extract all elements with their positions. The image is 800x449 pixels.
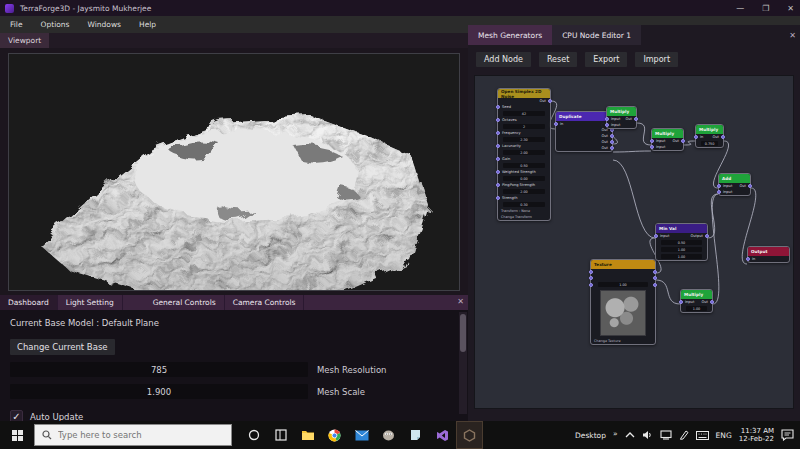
output-pin[interactable]: [653, 270, 657, 274]
cortana-icon[interactable]: [240, 421, 267, 449]
change-current-base-button[interactable]: Change Current Base: [10, 339, 115, 355]
node-value-box[interactable]: 0.00: [503, 176, 545, 181]
input-pin[interactable]: [496, 170, 500, 174]
input-pin[interactable]: [589, 276, 593, 280]
mesh-scale-input[interactable]: 1.900: [10, 384, 308, 399]
minimize-button[interactable]: —: [736, 4, 744, 13]
input-pin[interactable]: [496, 196, 500, 200]
input-pin[interactable]: [496, 131, 500, 135]
action-center-icon[interactable]: [781, 429, 794, 441]
node-value-box[interactable]: 0.50: [661, 240, 702, 245]
input-pin[interactable]: [496, 183, 500, 187]
start-button[interactable]: [0, 421, 34, 449]
node-value-box[interactable]: 0.30: [503, 202, 545, 207]
node-canvas[interactable]: Open Simplex 2D NoiseOutSeed42Octaves2Fr…: [474, 75, 794, 409]
window-titlebar[interactable]: TerraForge3D - Jaysmito Mukherjee — ❐ ✕: [0, 0, 800, 16]
tray-overflow-icon[interactable]: »: [613, 429, 618, 438]
dashboard-scrollbar[interactable]: [459, 312, 467, 414]
node-value-box[interactable]: 1.00: [661, 247, 702, 252]
input-pin[interactable]: [717, 190, 721, 194]
ink-workspace-icon[interactable]: [679, 430, 689, 440]
input-pin[interactable]: [694, 135, 698, 139]
input-pin[interactable]: [650, 145, 654, 149]
close-button[interactable]: ✕: [787, 4, 794, 13]
language-indicator[interactable]: ENG: [716, 431, 732, 440]
volume-icon[interactable]: [642, 430, 653, 440]
node-add[interactable]: AddInputOutInput: [718, 173, 751, 196]
output-pin[interactable]: [721, 135, 725, 139]
node-wire[interactable]: [712, 194, 719, 304]
tab-light-setting[interactable]: Light Setting: [58, 295, 123, 310]
node-min-val[interactable]: Min ValInputOutput0.501.001.00: [655, 223, 708, 261]
touch-keyboard-icon[interactable]: [696, 431, 709, 440]
node-output[interactable]: OutputIn: [747, 246, 790, 263]
node-value-box[interactable]: 1.00: [661, 254, 702, 259]
tab-dashboard[interactable]: Dashboard: [0, 295, 58, 310]
hidden-icons-chevron-icon[interactable]: [625, 431, 635, 439]
node-value-box[interactable]: 2.00: [503, 189, 545, 194]
taskbar-search[interactable]: [34, 424, 232, 446]
output-pin[interactable]: [653, 276, 657, 280]
node-footer-text[interactable]: Change Texture: [591, 338, 655, 344]
output-pin[interactable]: [610, 146, 614, 150]
search-input[interactable]: [58, 430, 208, 440]
viewport-3d-canvas[interactable]: [8, 53, 460, 291]
output-pin[interactable]: [748, 184, 752, 188]
file-explorer-icon[interactable]: [294, 421, 321, 449]
input-pin[interactable]: [650, 139, 654, 143]
input-pin[interactable]: [496, 144, 500, 148]
visual-studio-icon[interactable]: [429, 421, 456, 449]
notes-icon[interactable]: [402, 421, 429, 449]
node-multiply[interactable]: MultiplyInOut0.750: [695, 124, 724, 148]
node-value-box[interactable]: 42: [503, 111, 545, 116]
tray-clock[interactable]: 11:37 AM 12-Feb-22: [739, 427, 774, 444]
maximize-button[interactable]: ❐: [762, 4, 769, 13]
tab-general-controls[interactable]: General Controls: [145, 295, 225, 310]
input-pin[interactable]: [654, 234, 658, 238]
input-pin[interactable]: [605, 123, 609, 127]
output-pin[interactable]: [653, 283, 657, 287]
tab-mesh-generators[interactable]: Mesh Generators: [468, 25, 552, 45]
input-pin[interactable]: [717, 184, 721, 188]
node-editor-close-icon[interactable]: ✕: [789, 31, 796, 40]
input-pin[interactable]: [605, 117, 609, 121]
menu-help[interactable]: Help: [139, 20, 156, 29]
chrome-icon[interactable]: [321, 421, 348, 449]
tab-viewport[interactable]: Viewport: [0, 33, 49, 48]
output-pin[interactable]: [681, 139, 685, 143]
node-value-box[interactable]: 2: [503, 124, 545, 129]
output-pin[interactable]: [705, 234, 709, 238]
input-pin[interactable]: [496, 118, 500, 122]
node-wire[interactable]: [684, 141, 695, 145]
mesh-resolution-input[interactable]: 785: [10, 362, 308, 377]
input-pin[interactable]: [496, 105, 500, 109]
input-pin[interactable]: [589, 283, 593, 287]
output-pin[interactable]: [710, 300, 714, 304]
node-value-box[interactable]: 2.30: [503, 137, 545, 142]
node-texture[interactable]: Texture1.00Change Texture: [590, 259, 656, 345]
node-footer-text[interactable]: Change Transform: [498, 214, 550, 220]
node-multiply[interactable]: MultiplyInputOut1.00: [680, 289, 713, 313]
menu-windows[interactable]: Windows: [88, 20, 121, 29]
node-wire[interactable]: [613, 160, 655, 238]
node-multiply[interactable]: MultiplyInputOutInput: [651, 128, 684, 151]
output-pin[interactable]: [610, 140, 614, 144]
input-pin[interactable]: [496, 157, 500, 161]
import-button[interactable]: Import: [635, 52, 678, 67]
terraforge3d-taskbar-icon[interactable]: [456, 421, 483, 449]
tab-cpu-node-editor[interactable]: CPU Node Editor 1: [552, 25, 641, 45]
dashboard-close-icon[interactable]: ✕: [457, 297, 464, 306]
input-pin[interactable]: [679, 300, 683, 304]
network-icon[interactable]: [660, 430, 672, 440]
input-pin[interactable]: [554, 122, 558, 126]
input-pin[interactable]: [746, 257, 750, 261]
menu-file[interactable]: File: [10, 20, 23, 29]
reset-button[interactable]: Reset: [539, 52, 577, 67]
desktop-label[interactable]: Desktop: [575, 431, 606, 440]
node-value-box[interactable]: 0.750: [701, 141, 718, 146]
dashboard-scrollbar-thumb[interactable]: [460, 314, 466, 352]
output-pin[interactable]: [548, 99, 552, 103]
export-button[interactable]: Export: [585, 52, 627, 67]
mail-icon[interactable]: [348, 421, 375, 449]
output-pin[interactable]: [610, 134, 614, 138]
